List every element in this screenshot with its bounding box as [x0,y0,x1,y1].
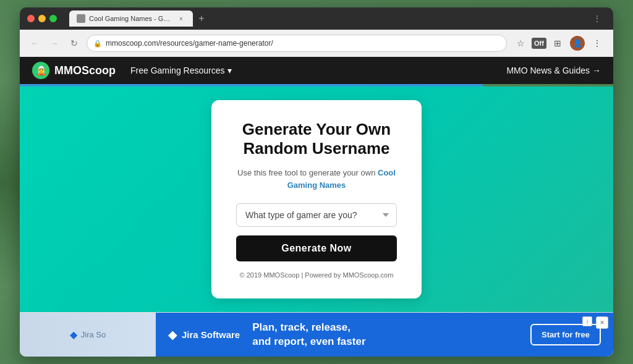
logo-icon: 🧝 [32,62,49,79]
logo-emoji: 🧝 [36,66,46,75]
site-logo[interactable]: 🧝 MMOScoop [32,62,116,79]
bookmark-button[interactable]: ☆ [512,35,529,52]
ad-tagline-line1: Plan, track, release, [252,321,350,333]
site-nav: 🧝 MMOScoop Free Gaming Resources ▾ MMO N… [20,57,613,84]
menu-button[interactable]: ⋮ [588,35,606,52]
arrow-right-icon: → [592,66,601,75]
avatar-button[interactable]: 👤 [569,35,586,52]
mmo-news-label: MMO News & Guides [506,66,590,75]
logo-text: MMOScoop [54,64,116,77]
ad-main-section[interactable]: ◆ Jira Software Plan, track, release, an… [156,313,613,357]
address-text: mmoscoop.com/resources/gamer-name-genera… [106,39,500,48]
gamer-type-select[interactable]: What type of gamer are you? RPG Gamer FP… [236,203,397,227]
ad-tagline-line2: and report, even faster [252,336,365,347]
ad-info-button[interactable]: i [582,316,592,326]
mmo-news-link[interactable]: MMO News & Guides → [506,66,601,75]
card-title: Generate Your Own Random Username [236,120,397,158]
card-subtitle: Use this free tool to generate your own … [236,167,397,191]
generate-button[interactable]: Generate Now [236,235,397,261]
user-avatar: 👤 [570,36,585,51]
dropdown-arrow-icon: ▾ [227,66,232,75]
ad-tagline: Plan, track, release, and report, even f… [252,321,518,348]
maximize-button[interactable] [49,15,57,22]
reading-mode-button[interactable]: Off [532,38,546,49]
address-input[interactable]: 🔒 mmoscoop.com/resources/gamer-name-gene… [87,35,507,52]
minimize-button[interactable] [38,15,46,22]
jira-diamond-small-icon: ◆ [70,329,77,341]
forward-button[interactable]: → [47,36,62,51]
ad-brand-left: Jira So [81,330,106,339]
reload-icon: ↻ [70,38,78,48]
active-tab[interactable]: Cool Gaming Names - Genera… × [69,11,193,27]
tab-title: Cool Gaming Names - Genera… [89,15,173,22]
new-tab-button[interactable]: + [193,11,210,27]
traffic-lights [27,15,57,22]
close-button[interactable] [27,15,35,22]
ad-brand: ◆ Jira Software [168,328,240,342]
tab-close-button[interactable]: × [177,14,185,23]
card-footer: © 2019 MMOScoop | Powered by MMOScoop.co… [236,271,397,279]
ad-brand-name: Jira Software [182,329,240,340]
title-bar: Cool Gaming Names - Genera… × + ⋮ [20,7,613,30]
forward-icon: → [50,38,59,48]
ad-close-button[interactable]: × [596,316,608,329]
ad-banner: ◆ Jira So ◆ Jira Software Plan, track, r… [20,312,613,357]
reload-button[interactable]: ↻ [67,36,82,51]
browser-window: Cool Gaming Names - Genera… × + ⋮ ← → ↻ … [20,7,613,357]
free-gaming-label: Free Gaming Resources [130,66,225,75]
generator-card: Generate Your Own Random Username Use th… [211,100,422,298]
browser-actions: ☆ Off ⊞ 👤 ⋮ [512,35,606,52]
lock-icon: 🔒 [93,40,102,48]
address-bar: ← → ↻ 🔒 mmoscoop.com/resources/gamer-nam… [20,30,613,57]
subtitle-plain: Use this free tool to generate your own [237,168,378,177]
free-gaming-dropdown[interactable]: Free Gaming Resources ▾ [123,62,239,79]
extensions-button[interactable]: ⊞ [549,35,566,52]
ad-left-section: ◆ Jira So [20,313,156,357]
window-actions: ⋮ [588,10,606,27]
ad-cta-button[interactable]: Start for free [530,324,601,345]
tab-bar: Cool Gaming Names - Genera… × + [69,11,584,27]
back-button[interactable]: ← [27,36,42,51]
back-icon: ← [30,38,39,48]
tab-favicon [77,14,85,23]
jira-diamond-icon: ◆ [168,328,177,342]
window-menu-button[interactable]: ⋮ [588,10,606,27]
main-content: Generate Your Own Random Username Use th… [20,87,613,312]
